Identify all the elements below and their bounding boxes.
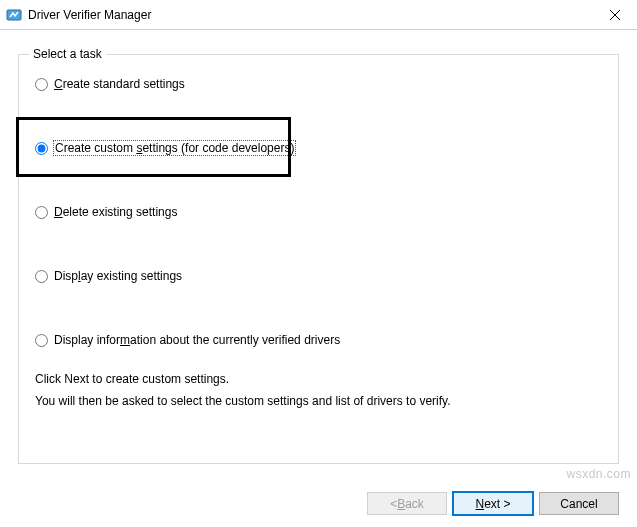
label-delete-existing: Delete existing settings [54,205,177,219]
option-create-custom[interactable]: Create custom settings (for code develop… [35,137,602,159]
label-create-custom: Create custom settings (for code develop… [54,141,295,155]
close-button[interactable] [592,0,637,29]
option-delete-existing[interactable]: Delete existing settings [35,201,602,223]
back-button: < Back [367,492,447,515]
dialog-content: Select a task Create standard settings C… [0,30,637,527]
button-row: < Back Next > Cancel [367,492,619,515]
instructions: Click Next to create custom settings. Yo… [35,369,602,412]
radio-create-standard[interactable] [35,78,48,91]
option-display-existing[interactable]: Display existing settings [35,265,602,287]
app-icon [6,7,22,23]
radio-create-custom[interactable] [35,142,48,155]
next-button[interactable]: Next > [453,492,533,515]
cancel-button[interactable]: Cancel [539,492,619,515]
radio-display-existing[interactable] [35,270,48,283]
titlebar: Driver Verifier Manager [0,0,637,30]
groupbox-legend: Select a task [29,47,106,61]
task-groupbox: Select a task Create standard settings C… [18,54,619,464]
label-display-info: Display information about the currently … [54,333,340,347]
watermark: wsxdn.com [566,467,631,481]
radio-delete-existing[interactable] [35,206,48,219]
label-display-existing: Display existing settings [54,269,182,283]
instruction-line-2: You will then be asked to select the cus… [35,391,602,413]
window-title: Driver Verifier Manager [28,8,592,22]
label-create-standard: Create standard settings [54,77,185,91]
instruction-line-1: Click Next to create custom settings. [35,369,602,391]
option-create-standard[interactable]: Create standard settings [35,73,602,95]
radio-display-info[interactable] [35,334,48,347]
option-display-info[interactable]: Display information about the currently … [35,329,602,351]
